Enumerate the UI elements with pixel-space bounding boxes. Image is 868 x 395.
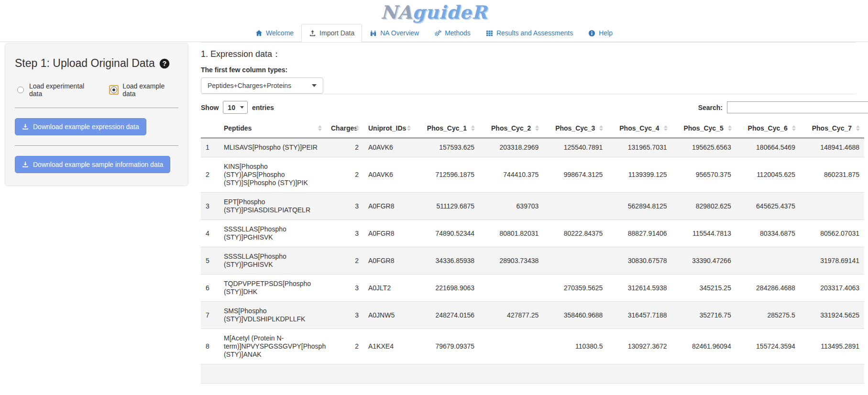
tab-label: Results and Assessments (496, 29, 573, 37)
cell-peptide: SSSSLLAS[Phospho (STY)]PGHISVK (219, 247, 326, 274)
expression-data-table: PeptidesChargesUniprot_IDsPhos_Cyc_1Phos… (201, 119, 864, 384)
expression-table-header-row: PeptidesChargesUniprot_IDsPhos_Cyc_1Phos… (201, 119, 864, 138)
table-row: 4SSSSLLAS[Phospho (STY)]PGHISVK3A0FGR874… (201, 220, 864, 247)
cell-phos-cyc-6: 155724.3594 (736, 329, 800, 364)
cell-phos-cyc-3 (543, 247, 607, 274)
cell-phos-cyc-5: 829802.625 (672, 193, 736, 220)
column-types-select[interactable]: Peptides+Charges+Proteins (201, 77, 323, 94)
cell-phos-cyc-3: 80222.84375 (543, 220, 607, 247)
cell-phos-cyc-2: 427877.25 (479, 302, 543, 329)
cell-phos-cyc-5: 345215.25 (672, 274, 736, 302)
tab-welcome[interactable]: Welcome (248, 24, 301, 42)
column-header-phos_cyc_6[interactable]: Phos_Cyc_6 (736, 119, 800, 138)
expression-data-title: 1. Expression data： (201, 48, 868, 60)
cell-phos-cyc-5: 115544.7813 (672, 220, 736, 247)
info-circle-icon (588, 30, 595, 37)
cell-uniprot-id: A0FGR8 (363, 247, 415, 274)
column-header-label: Phos_Cyc_2 (491, 124, 531, 132)
svg-text:?: ? (162, 59, 166, 67)
home-icon (255, 30, 263, 37)
column-header-charges[interactable]: Charges (326, 119, 363, 138)
cell-phos-cyc-5: 195625.6563 (672, 138, 736, 157)
cell-row-number: 2 (201, 157, 219, 193)
cell-phos-cyc-7: 80562.07031 (800, 220, 864, 247)
sort-arrows-icon (471, 125, 475, 131)
column-header-phos_cyc_4[interactable]: Phos_Cyc_4 (607, 119, 671, 138)
download-sample-information-button[interactable]: Download example sample information data (15, 156, 170, 173)
cell-phos-cyc-1: 74890.52344 (415, 220, 479, 247)
cell-charge: 2 (326, 329, 363, 364)
cell-row-number: 1 (201, 138, 219, 157)
panel-title: Step 1: Upload Original Data ? (15, 57, 178, 70)
divider (15, 108, 178, 108)
table-search-control: Search: (698, 101, 868, 113)
column-header-phos_cyc_7[interactable]: Phos_Cyc_7 (800, 119, 864, 138)
cell-charge: 3 (326, 302, 363, 329)
sort-arrows-icon (535, 125, 539, 131)
column-header-label: Phos_Cyc_4 (619, 124, 659, 132)
table-row: 8M[Acetyl (Protein N-term)]NPVYSPGSSGVPY… (201, 329, 864, 364)
column-types-label: The first few column types: (201, 66, 868, 74)
question-circle-icon[interactable]: ? (159, 58, 170, 69)
gears-icon (434, 30, 441, 37)
radio-label: Load example data (122, 82, 177, 98)
table-row: 3EPT[Phospho (STY)]PSIASDISLPIATQELR3A0F… (201, 193, 864, 220)
tab-label: Import Data (319, 29, 354, 37)
cell-row-number: 7 (201, 302, 219, 329)
cell-phos-cyc-3: 125540.7891 (543, 138, 607, 157)
tab-results-assessments[interactable]: Results and Assessments (478, 24, 581, 42)
page-length-select[interactable]: 10 (223, 101, 248, 114)
cell-phos-cyc-4: 316457.7188 (607, 302, 671, 329)
cell-empty (607, 364, 671, 384)
sort-arrows-icon (728, 125, 732, 131)
main-nav: Welcome Import Data NA Overview Methods … (0, 24, 868, 42)
column-header-rownum (201, 119, 219, 138)
cell-phos-cyc-1: 712596.1875 (415, 157, 479, 193)
cell-phos-cyc-2: 80801.82031 (479, 220, 543, 247)
cell-charge: 3 (326, 193, 363, 220)
column-header-uniprot_ids[interactable]: Uniprot_IDs (363, 119, 415, 138)
column-header-label: Phos_Cyc_7 (812, 124, 852, 132)
column-header-phos_cyc_3[interactable]: Phos_Cyc_3 (543, 119, 607, 138)
logo-part-guider: guideR (412, 1, 487, 23)
radio-load-experimental-data[interactable]: Load experimental data (16, 82, 97, 98)
cell-charge: 2 (326, 157, 363, 193)
cell-phos-cyc-2 (479, 274, 543, 302)
column-header-phos_cyc_2[interactable]: Phos_Cyc_2 (479, 119, 543, 138)
logo-part-na: NA (381, 1, 412, 23)
cell-empty (543, 364, 607, 384)
sort-arrows-icon (599, 125, 603, 131)
cell-phos-cyc-6: 1120045.625 (736, 157, 800, 193)
cell-peptide: KINS[Phospho (STY)]APS[Phospho (STY)]S[P… (219, 157, 326, 193)
radio-load-example-data[interactable]: Load example data (109, 82, 177, 98)
cell-phos-cyc-2: 639703 (479, 193, 543, 220)
upload-icon (309, 30, 316, 37)
expression-table-body: 1MLISAVS[Phospho (STY)]PEIR2A0AVK6157593… (201, 138, 864, 384)
cell-uniprot-id: A0FGR8 (363, 220, 415, 247)
column-header-phos_cyc_1[interactable]: Phos_Cyc_1 (415, 119, 479, 138)
cell-empty (415, 364, 479, 384)
column-header-label: Charges (331, 124, 358, 132)
table-icon (486, 30, 493, 37)
app-header: NAguideR (0, 0, 868, 24)
download-expression-data-button[interactable]: Download example expression data (15, 118, 146, 135)
cell-phos-cyc-7: 148941.4688 (800, 138, 864, 157)
tab-methods[interactable]: Methods (427, 24, 478, 42)
column-header-peptides[interactable]: Peptides (219, 119, 326, 138)
radio-circle-icon (17, 87, 24, 93)
cell-uniprot-id: A0FGR8 (363, 193, 415, 220)
cell-peptide: TQDPVPPETPSDS[Phospho (STY)]DHK (219, 274, 326, 302)
tab-import-data[interactable]: Import Data (301, 24, 362, 42)
sort-arrows-icon (407, 125, 411, 131)
search-input[interactable] (727, 101, 868, 113)
column-header-phos_cyc_5[interactable]: Phos_Cyc_5 (672, 119, 736, 138)
cell-phos-cyc-4: 1139399.125 (607, 157, 671, 193)
cell-empty (736, 364, 800, 384)
cell-phos-cyc-1: 511129.6875 (415, 193, 479, 220)
tab-na-overview[interactable]: NA Overview (362, 24, 427, 42)
data-source-radio-group: Load experimental data Load example data (16, 82, 177, 98)
cell-empty (219, 364, 326, 384)
chevron-down-icon (312, 84, 317, 87)
tab-help[interactable]: Help (581, 24, 620, 42)
cell-phos-cyc-5: 33390.47266 (672, 247, 736, 274)
